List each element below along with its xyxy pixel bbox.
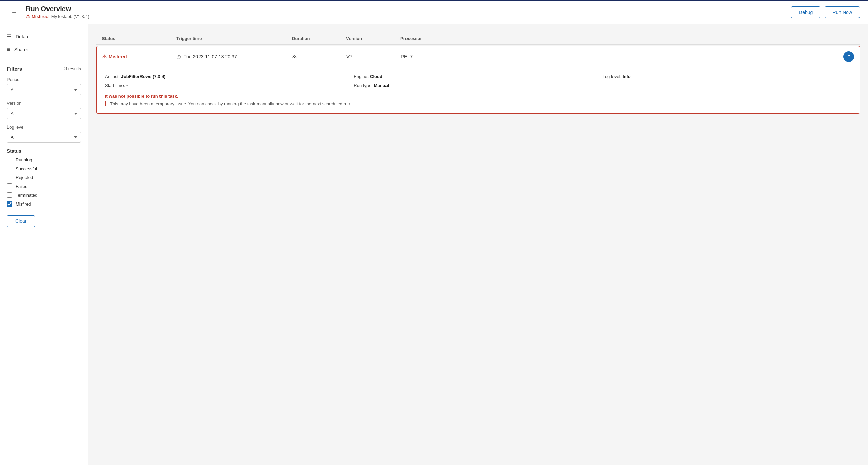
detail-runtype: Run type: Manual: [354, 83, 602, 88]
clock-icon: ◷: [177, 54, 181, 59]
runtype-value: Manual: [374, 83, 389, 88]
loglevel-detail-value: Info: [623, 74, 631, 79]
col-trigger: Trigger time: [176, 36, 292, 41]
sidebar-item-shared-label: Shared: [14, 47, 30, 52]
period-filter-section: Period All: [0, 74, 88, 98]
error-detail-text: This may have been a temporary issue. Yo…: [110, 101, 351, 106]
status-failed-label: Failed: [16, 184, 27, 189]
runtype-label: Run type:: [354, 83, 373, 88]
header-title-block: Run Overview ⚠ Misfired MyTestJob (V1.3.…: [26, 5, 791, 19]
results-count: 3 results: [64, 66, 81, 71]
list-icon: ☰: [7, 33, 12, 40]
status-rejected-item[interactable]: Rejected: [7, 175, 81, 180]
run-status-cell: ⚠ Misfired: [102, 54, 177, 60]
header-subtitle: ⚠ Misfired MyTestJob (V1.3.4): [26, 14, 791, 19]
filters-header: Filters 3 results: [0, 62, 88, 74]
error-detail: This may have been a temporary issue. Yo…: [105, 101, 851, 106]
status-running-item[interactable]: Running: [7, 157, 81, 162]
expand-button[interactable]: ⌃: [843, 51, 854, 62]
version-filter-section: Version All: [0, 98, 88, 122]
sidebar-item-default[interactable]: ☰ Default: [0, 30, 88, 43]
run-row: ⚠ Misfired ◷ Tue 2023-11-07 13:20:37 8s …: [97, 46, 860, 67]
warning-icon: ⚠: [26, 14, 30, 19]
period-select[interactable]: All: [7, 84, 81, 95]
version-cell: V7: [346, 54, 401, 59]
status-filter-section: Status Running Successful Rejected Faile…: [0, 146, 88, 213]
run-detail-panel: Artifact: JobFilterRows (7.3.4) Engine: …: [97, 67, 860, 113]
status-failed-checkbox[interactable]: [7, 183, 12, 189]
detail-engine: Engine: Cloud: [354, 74, 602, 79]
page-header: ← Run Overview ⚠ Misfired MyTestJob (V1.…: [0, 0, 868, 24]
artifact-label: Artifact:: [105, 74, 120, 79]
status-terminated-item[interactable]: Terminated: [7, 192, 81, 198]
status-filter-title: Status: [7, 148, 81, 154]
main-layout: ☰ Default ■ Shared Filters 3 results Per…: [0, 24, 868, 465]
processor-cell: RE_7: [401, 54, 838, 59]
status-rejected-label: Rejected: [16, 175, 33, 180]
artifact-value: JobFilterRows (7.3.4): [121, 74, 166, 79]
sidebar: ☰ Default ■ Shared Filters 3 results Per…: [0, 24, 88, 465]
status-running-checkbox[interactable]: [7, 157, 12, 162]
version-label: Version: [7, 101, 81, 106]
col-processor: Processor: [400, 36, 838, 41]
status-terminated-checkbox[interactable]: [7, 192, 12, 198]
status-badge-label: Misfired: [32, 14, 49, 19]
status-misfired-item[interactable]: Misfired: [7, 201, 81, 207]
status-running-label: Running: [16, 157, 32, 162]
main-content: Status Trigger time Duration Version Pro…: [88, 24, 868, 465]
clear-button-wrap: Clear: [0, 213, 88, 232]
detail-artifact: Artifact: JobFilterRows (7.3.4): [105, 74, 354, 79]
error-title: It was not possible to run this task.: [105, 94, 851, 99]
engine-value: Cloud: [370, 74, 382, 79]
period-label: Period: [7, 77, 81, 82]
sidebar-divider: [0, 59, 88, 59]
header-actions: Debug Run Now: [791, 6, 860, 18]
loglevel-detail-label: Log level:: [603, 74, 622, 79]
detail-loglevel: Log level: Info: [603, 74, 851, 79]
status-successful-checkbox[interactable]: [7, 166, 12, 171]
duration-cell: 8s: [292, 54, 346, 59]
sidebar-item-default-label: Default: [16, 34, 31, 39]
loglevel-select[interactable]: All: [7, 132, 81, 143]
page-title: Run Overview: [26, 5, 791, 13]
run-row-container: ⚠ Misfired ◷ Tue 2023-11-07 13:20:37 8s …: [96, 46, 860, 114]
run-now-button[interactable]: Run Now: [825, 6, 860, 18]
loglevel-label: Log level: [7, 124, 81, 130]
status-terminated-label: Terminated: [16, 193, 37, 198]
shared-icon: ■: [7, 46, 10, 53]
col-actions: [838, 36, 854, 41]
loglevel-filter-section: Log level All: [0, 122, 88, 146]
sidebar-item-shared[interactable]: ■ Shared: [0, 43, 88, 56]
status-misfired-checkbox[interactable]: [7, 201, 12, 207]
status-failed-item[interactable]: Failed: [7, 183, 81, 189]
status-rejected-checkbox[interactable]: [7, 175, 12, 180]
col-status: Status: [102, 36, 176, 41]
col-duration: Duration: [292, 36, 346, 41]
table-header: Status Trigger time Duration Version Pro…: [96, 33, 860, 45]
debug-button[interactable]: Debug: [791, 6, 820, 18]
trigger-time-value: Tue 2023-11-07 13:20:37: [184, 54, 237, 59]
engine-label: Engine:: [354, 74, 369, 79]
job-name-label: MyTestJob (V1.3.4): [51, 14, 89, 19]
run-status-label: Misfired: [109, 54, 127, 59]
misfired-warning-icon: ⚠: [102, 54, 107, 60]
status-misfired-label: Misfired: [16, 201, 31, 207]
version-select[interactable]: All: [7, 108, 81, 119]
starttime-label: Start time:: [105, 83, 125, 88]
back-button[interactable]: ←: [8, 7, 20, 17]
status-successful-item[interactable]: Successful: [7, 166, 81, 171]
status-successful-label: Successful: [16, 166, 37, 171]
trigger-cell: ◷ Tue 2023-11-07 13:20:37: [177, 54, 292, 59]
top-bar-accent: [0, 0, 868, 1]
clear-button[interactable]: Clear: [7, 215, 35, 227]
filters-title: Filters: [7, 66, 22, 72]
status-badge: ⚠ Misfired: [26, 14, 49, 19]
detail-grid: Artifact: JobFilterRows (7.3.4) Engine: …: [105, 74, 851, 88]
detail-starttime: Start time: -: [105, 83, 354, 88]
starttime-value: -: [126, 83, 128, 88]
col-version: Version: [346, 36, 400, 41]
